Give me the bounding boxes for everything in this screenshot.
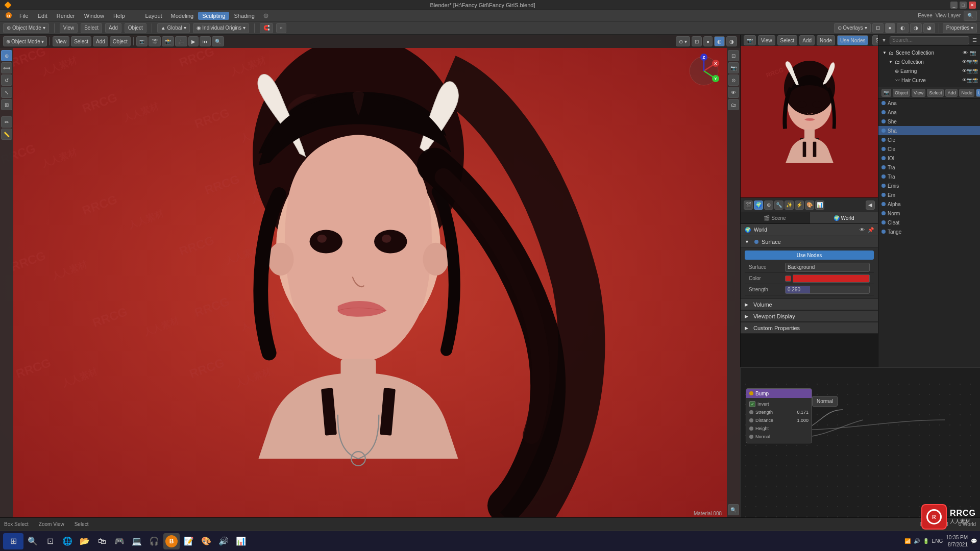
nd-usenodes-btn[interactable]: Use Nodes: [976, 89, 980, 97]
taskbar-app7[interactable]: 📊: [233, 533, 249, 549]
maximize-button[interactable]: □: [960, 2, 967, 9]
bump-node[interactable]: Bump ✓ Invert Strength 0.171 Distance 1.…: [746, 388, 812, 443]
pivot-btn[interactable]: ◉ Individual Origins ▾: [193, 23, 249, 33]
taskbar-search[interactable]: 🔍: [24, 533, 41, 549]
preview-add-btn[interactable]: Add: [799, 35, 815, 45]
search-vp-btn[interactable]: 🔍: [212, 36, 224, 46]
scene-tab[interactable]: 🎬 Scene: [741, 212, 810, 223]
collection-btn[interactable]: 🗂: [728, 99, 739, 110]
ws-sculpting[interactable]: Sculpting: [198, 12, 229, 20]
nd-obj-btn[interactable]: Object: [893, 89, 910, 97]
snap-btn[interactable]: 🧲: [260, 23, 273, 33]
search-btn[interactable]: 🔍: [964, 11, 977, 21]
taskbar-blender[interactable]: B: [163, 533, 180, 549]
mat-slot-3[interactable]: Sha: [878, 126, 980, 135]
surface-type-value[interactable]: Background: [785, 263, 870, 272]
taskbar-app3[interactable]: 🎧: [146, 533, 162, 549]
ws-modeling[interactable]: Modeling: [167, 12, 198, 20]
nd-add-btn[interactable]: Add: [945, 89, 958, 97]
taskbar-app6[interactable]: 🔊: [215, 533, 232, 549]
mat-slot-14[interactable]: Tange: [878, 227, 980, 236]
nd-view-btn[interactable]: View: [912, 89, 925, 97]
preview-node-btn[interactable]: Node: [817, 35, 835, 45]
viewport-overlay-btn[interactable]: ⊙ Overlays ▾: [834, 23, 871, 33]
shade-mat[interactable]: ◐: [897, 23, 909, 33]
mat-slot-9[interactable]: Emis: [878, 181, 980, 190]
mat-slot-7[interactable]: Tra: [878, 163, 980, 172]
search-scene-btn[interactable]: 🔍: [728, 504, 739, 515]
hide-btn[interactable]: 👁: [728, 87, 739, 98]
nd-node-btn[interactable]: Node: [959, 89, 974, 97]
close-button[interactable]: ✕: [969, 2, 976, 9]
preview-usenodes-btn[interactable]: Use Nodes: [837, 35, 868, 45]
taskbar-edge[interactable]: 🌐: [59, 533, 76, 549]
rendered-mode-btn[interactable]: 📸: [162, 36, 174, 46]
object-mode-btn[interactable]: ⊕ Object Mode ▾: [3, 23, 49, 33]
select-menu[interactable]: Select: [81, 23, 102, 33]
taskbar-app1[interactable]: 🎮: [111, 533, 128, 549]
scale-tool[interactable]: ⤡: [1, 87, 12, 98]
earring-item[interactable]: ⊕ Earring 👁 📷 📸: [880, 66, 978, 76]
view-menu[interactable]: View: [60, 23, 78, 33]
nd-cam-btn[interactable]: 📷: [881, 89, 891, 97]
annotate-tool[interactable]: ✏: [1, 116, 12, 128]
mat-slot-11[interactable]: Alpha: [878, 199, 980, 209]
shade-viewport[interactable]: ◕: [923, 23, 935, 33]
ws-animation[interactable]: [259, 12, 273, 19]
data-props-btn[interactable]: 📊: [815, 201, 824, 210]
obj-props-btn[interactable]: ⊕: [764, 201, 773, 210]
props-collapse-btn[interactable]: ◀: [866, 201, 875, 210]
world-props-btn[interactable]: 🌍: [754, 201, 763, 210]
properties-btn[interactable]: Properties ▾: [943, 23, 977, 33]
taskbar-app4[interactable]: 📝: [181, 533, 197, 549]
preview-select-btn[interactable]: Select: [777, 35, 798, 45]
modifier-props-btn[interactable]: 🔧: [774, 201, 783, 210]
preview-slot-btn[interactable]: Slot 1: [872, 35, 878, 45]
menu-edit[interactable]: Edit: [34, 12, 52, 20]
menu-help[interactable]: Help: [109, 12, 129, 20]
menu-window[interactable]: Window: [80, 12, 108, 20]
ws-shading-uv[interactable]: Shading: [230, 12, 258, 20]
nd-select-btn[interactable]: Select: [927, 89, 944, 97]
anim-back-btn[interactable]: ⏮: [200, 36, 211, 46]
ortho-btn[interactable]: ⊙: [728, 74, 739, 86]
task-view-btn[interactable]: ⊡: [42, 533, 58, 549]
vp-xray-btn[interactable]: ⊡: [692, 36, 702, 46]
shade-solid[interactable]: ●: [885, 23, 895, 33]
scene-props-btn[interactable]: 🎬: [744, 201, 753, 210]
mat-slot-12[interactable]: Norm: [878, 209, 980, 218]
color-bar[interactable]: [793, 274, 870, 283]
cursor-tool[interactable]: ⊕: [1, 50, 12, 61]
add-menu[interactable]: Add: [105, 23, 121, 33]
particles-props-btn[interactable]: ✨: [785, 201, 794, 210]
view-full-btn[interactable]: ⊡: [728, 50, 739, 61]
orientation-btn[interactable]: ▲ Global ▾: [157, 23, 190, 33]
menu-render[interactable]: Render: [53, 12, 79, 20]
object-mode-vp-btn[interactable]: ⊕ Object Mode ▾: [3, 36, 47, 46]
vp-solid-btn[interactable]: ●: [703, 36, 713, 46]
shade-render[interactable]: ◑: [910, 23, 922, 33]
move-tool[interactable]: ⟺: [1, 62, 12, 73]
physics-props-btn[interactable]: ⚡: [795, 201, 804, 210]
object-vp-btn[interactable]: Object: [110, 36, 131, 46]
cam-mode-btn[interactable]: 🎥: [175, 36, 187, 46]
start-button[interactable]: ⊞: [3, 533, 23, 549]
taskbar-files[interactable]: 📂: [77, 533, 93, 549]
mat-slot-0[interactable]: Ana: [878, 98, 980, 108]
mat-slot-8[interactable]: Tra: [878, 172, 980, 181]
measure-tool[interactable]: 📏: [1, 129, 12, 140]
material-mode-btn[interactable]: 🎬: [149, 36, 161, 46]
hair-curve-item[interactable]: 〰 Hair Curve 👁 📷 📸: [880, 76, 978, 85]
notification-btn[interactable]: 💬: [971, 538, 977, 544]
minimize-button[interactable]: _: [950, 2, 958, 9]
mat-slot-4[interactable]: Cle: [878, 135, 980, 144]
preview-cam-btn[interactable]: 📷: [744, 35, 756, 45]
cam-view-btn[interactable]: 📷: [728, 62, 739, 73]
mat-slot-10[interactable]: Em: [878, 190, 980, 199]
mat-slot-5[interactable]: Cle: [878, 144, 980, 154]
vp-rendered-btn[interactable]: ◑: [726, 36, 737, 46]
invert-checkbox[interactable]: ✓: [749, 401, 755, 407]
xray-btn[interactable]: ⊡: [872, 23, 884, 33]
volume-header[interactable]: ▶ Volume: [741, 299, 878, 310]
surface-header[interactable]: ▼ Surface: [741, 236, 878, 247]
